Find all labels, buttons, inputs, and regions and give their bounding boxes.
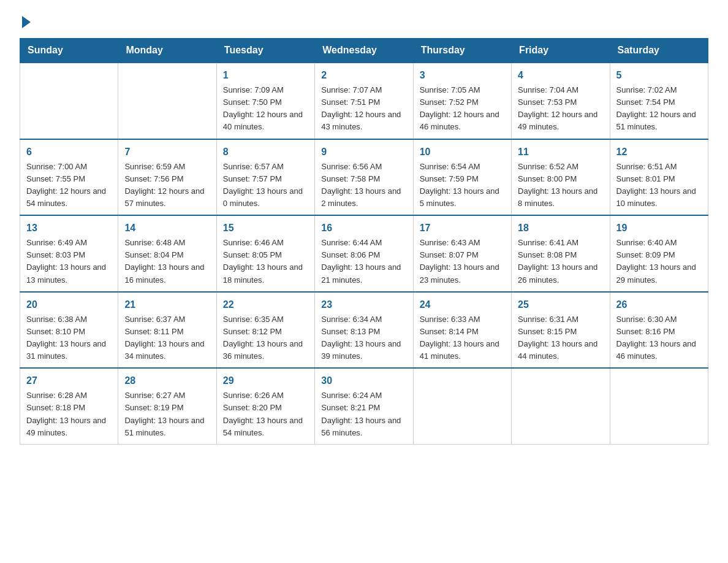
day-number: 22 (223, 297, 308, 312)
calendar-cell: 12Sunrise: 6:51 AM Sunset: 8:01 PM Dayli… (610, 139, 708, 216)
calendar-cell: 27Sunrise: 6:28 AM Sunset: 8:18 PM Dayli… (20, 368, 118, 444)
day-number: 19 (616, 221, 702, 236)
weekday-header-monday: Monday (118, 39, 216, 63)
day-number: 24 (420, 297, 505, 312)
day-info: Sunrise: 7:07 AM Sunset: 7:51 PM Dayligh… (321, 84, 406, 134)
calendar-cell: 3Sunrise: 7:05 AM Sunset: 7:52 PM Daylig… (413, 63, 511, 139)
day-number: 15 (223, 221, 308, 236)
day-info: Sunrise: 6:26 AM Sunset: 8:20 PM Dayligh… (223, 389, 308, 439)
day-info: Sunrise: 6:31 AM Sunset: 8:15 PM Dayligh… (518, 313, 603, 363)
day-info: Sunrise: 6:38 AM Sunset: 8:10 PM Dayligh… (26, 313, 112, 363)
weekday-header-wednesday: Wednesday (315, 39, 413, 63)
day-info: Sunrise: 7:04 AM Sunset: 7:53 PM Dayligh… (518, 84, 603, 134)
logo (20, 15, 33, 26)
day-info: Sunrise: 6:57 AM Sunset: 7:57 PM Dayligh… (223, 161, 308, 210)
day-info: Sunrise: 6:24 AM Sunset: 8:21 PM Dayligh… (321, 389, 406, 439)
day-info: Sunrise: 6:28 AM Sunset: 8:18 PM Dayligh… (26, 389, 112, 439)
page-header (20, 15, 708, 26)
day-number: 18 (518, 221, 603, 236)
calendar-cell (413, 368, 511, 444)
day-number: 5 (616, 68, 702, 83)
calendar-cell: 2Sunrise: 7:07 AM Sunset: 7:51 PM Daylig… (315, 63, 413, 139)
day-info: Sunrise: 7:02 AM Sunset: 7:54 PM Dayligh… (616, 84, 702, 134)
calendar-cell: 4Sunrise: 7:04 AM Sunset: 7:53 PM Daylig… (512, 63, 610, 139)
day-number: 30 (321, 373, 406, 388)
day-info: Sunrise: 6:51 AM Sunset: 8:01 PM Dayligh… (616, 161, 702, 210)
day-number: 23 (321, 297, 406, 312)
calendar-cell: 21Sunrise: 6:37 AM Sunset: 8:11 PM Dayli… (118, 292, 216, 369)
calendar-cell: 17Sunrise: 6:43 AM Sunset: 8:07 PM Dayli… (413, 215, 511, 292)
calendar-cell: 30Sunrise: 6:24 AM Sunset: 8:21 PM Dayli… (315, 368, 413, 444)
calendar-cell: 15Sunrise: 6:46 AM Sunset: 8:05 PM Dayli… (216, 215, 314, 292)
calendar-week-row: 6Sunrise: 7:00 AM Sunset: 7:55 PM Daylig… (20, 139, 708, 216)
day-number: 2 (321, 68, 406, 83)
calendar-cell: 28Sunrise: 6:27 AM Sunset: 8:19 PM Dayli… (118, 368, 216, 444)
calendar-cell (20, 63, 118, 139)
weekday-header-row: SundayMondayTuesdayWednesdayThursdayFrid… (20, 39, 708, 63)
calendar-cell (118, 63, 216, 139)
calendar-week-row: 1Sunrise: 7:09 AM Sunset: 7:50 PM Daylig… (20, 63, 708, 139)
day-info: Sunrise: 6:48 AM Sunset: 8:04 PM Dayligh… (124, 237, 210, 286)
calendar-cell: 1Sunrise: 7:09 AM Sunset: 7:50 PM Daylig… (216, 63, 314, 139)
day-number: 28 (124, 373, 210, 388)
day-number: 14 (124, 221, 210, 236)
day-info: Sunrise: 6:56 AM Sunset: 7:58 PM Dayligh… (321, 161, 406, 210)
day-number: 26 (616, 297, 702, 312)
day-number: 29 (223, 373, 308, 388)
day-info: Sunrise: 6:33 AM Sunset: 8:14 PM Dayligh… (420, 313, 505, 363)
calendar-cell: 11Sunrise: 6:52 AM Sunset: 8:00 PM Dayli… (512, 139, 610, 216)
calendar-table: SundayMondayTuesdayWednesdayThursdayFrid… (20, 38, 708, 445)
day-number: 3 (420, 68, 505, 83)
day-info: Sunrise: 7:05 AM Sunset: 7:52 PM Dayligh… (420, 84, 505, 134)
day-info: Sunrise: 6:27 AM Sunset: 8:19 PM Dayligh… (124, 389, 210, 439)
calendar-cell: 22Sunrise: 6:35 AM Sunset: 8:12 PM Dayli… (216, 292, 314, 369)
day-number: 4 (518, 68, 603, 83)
weekday-header-friday: Friday (512, 39, 610, 63)
calendar-cell: 14Sunrise: 6:48 AM Sunset: 8:04 PM Dayli… (118, 215, 216, 292)
day-info: Sunrise: 6:43 AM Sunset: 8:07 PM Dayligh… (420, 237, 505, 286)
calendar-week-row: 20Sunrise: 6:38 AM Sunset: 8:10 PM Dayli… (20, 292, 708, 369)
day-info: Sunrise: 6:41 AM Sunset: 8:08 PM Dayligh… (518, 237, 603, 286)
weekday-header-saturday: Saturday (610, 39, 708, 63)
calendar-cell: 19Sunrise: 6:40 AM Sunset: 8:09 PM Dayli… (610, 215, 708, 292)
logo-arrow-icon (22, 16, 31, 28)
day-number: 10 (420, 145, 505, 159)
day-number: 17 (420, 221, 505, 236)
day-number: 13 (26, 221, 112, 236)
calendar-cell: 18Sunrise: 6:41 AM Sunset: 8:08 PM Dayli… (512, 215, 610, 292)
weekday-header-tuesday: Tuesday (216, 39, 314, 63)
calendar-cell: 8Sunrise: 6:57 AM Sunset: 7:57 PM Daylig… (216, 139, 314, 216)
day-info: Sunrise: 7:09 AM Sunset: 7:50 PM Dayligh… (223, 84, 308, 134)
calendar-cell: 24Sunrise: 6:33 AM Sunset: 8:14 PM Dayli… (413, 292, 511, 369)
calendar-cell: 29Sunrise: 6:26 AM Sunset: 8:20 PM Dayli… (216, 368, 314, 444)
weekday-header-thursday: Thursday (413, 39, 511, 63)
calendar-cell: 7Sunrise: 6:59 AM Sunset: 7:56 PM Daylig… (118, 139, 216, 216)
day-info: Sunrise: 6:44 AM Sunset: 8:06 PM Dayligh… (321, 237, 406, 286)
calendar-cell: 13Sunrise: 6:49 AM Sunset: 8:03 PM Dayli… (20, 215, 118, 292)
weekday-header-sunday: Sunday (20, 39, 118, 63)
day-number: 8 (223, 145, 308, 159)
day-number: 6 (26, 145, 112, 159)
day-number: 12 (616, 145, 702, 159)
calendar-week-row: 13Sunrise: 6:49 AM Sunset: 8:03 PM Dayli… (20, 215, 708, 292)
day-info: Sunrise: 6:49 AM Sunset: 8:03 PM Dayligh… (26, 237, 112, 286)
day-number: 21 (124, 297, 210, 312)
day-info: Sunrise: 6:30 AM Sunset: 8:16 PM Dayligh… (616, 313, 702, 363)
calendar-cell (512, 368, 610, 444)
day-number: 7 (124, 145, 210, 159)
day-info: Sunrise: 7:00 AM Sunset: 7:55 PM Dayligh… (26, 161, 112, 210)
day-info: Sunrise: 6:35 AM Sunset: 8:12 PM Dayligh… (223, 313, 308, 363)
calendar-cell: 6Sunrise: 7:00 AM Sunset: 7:55 PM Daylig… (20, 139, 118, 216)
day-number: 16 (321, 221, 406, 236)
day-number: 27 (26, 373, 112, 388)
day-info: Sunrise: 6:59 AM Sunset: 7:56 PM Dayligh… (124, 161, 210, 210)
calendar-cell: 25Sunrise: 6:31 AM Sunset: 8:15 PM Dayli… (512, 292, 610, 369)
calendar-cell: 26Sunrise: 6:30 AM Sunset: 8:16 PM Dayli… (610, 292, 708, 369)
day-info: Sunrise: 6:46 AM Sunset: 8:05 PM Dayligh… (223, 237, 308, 286)
calendar-week-row: 27Sunrise: 6:28 AM Sunset: 8:18 PM Dayli… (20, 368, 708, 444)
day-number: 9 (321, 145, 406, 159)
calendar-cell: 5Sunrise: 7:02 AM Sunset: 7:54 PM Daylig… (610, 63, 708, 139)
day-info: Sunrise: 6:54 AM Sunset: 7:59 PM Dayligh… (420, 161, 505, 210)
day-info: Sunrise: 6:40 AM Sunset: 8:09 PM Dayligh… (616, 237, 702, 286)
calendar-cell: 20Sunrise: 6:38 AM Sunset: 8:10 PM Dayli… (20, 292, 118, 369)
